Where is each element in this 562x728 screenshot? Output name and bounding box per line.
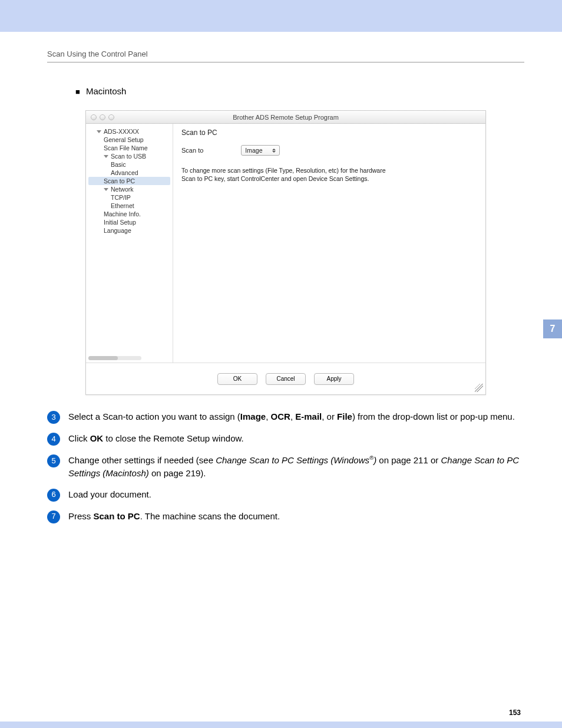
settings-tree-panel[interactable]: ADS-XXXXX General Setup Scan File Name S… bbox=[86, 124, 173, 363]
tree-item[interactable]: Language bbox=[88, 226, 170, 235]
tree-item[interactable]: TCP/IP bbox=[88, 193, 170, 202]
heading-text: Macintosh bbox=[86, 86, 126, 96]
apply-button[interactable]: Apply bbox=[314, 373, 354, 385]
window-title: Brother ADS Remote Setup Program bbox=[86, 114, 485, 121]
tree-item[interactable]: Ethernet bbox=[88, 202, 170, 210]
step-7: 7 Press Scan to PC. The machine scans th… bbox=[47, 510, 524, 523]
tree-root[interactable]: ADS-XXXXX bbox=[88, 127, 170, 136]
step-4-text: Click OK to close the Remote Setup windo… bbox=[68, 432, 524, 445]
tree-root-label: ADS-XXXXX bbox=[104, 128, 139, 135]
hint-text: To change more scan settings (File Type,… bbox=[181, 166, 477, 183]
window-footer: OK Cancel Apply bbox=[86, 363, 485, 394]
window-titlebar[interactable]: Brother ADS Remote Setup Program bbox=[86, 111, 485, 124]
scan-to-label: Scan to bbox=[181, 147, 203, 154]
macintosh-heading: ■ Macintosh bbox=[75, 86, 524, 96]
step-3: 3 Select a Scan-to action you want to as… bbox=[47, 410, 524, 424]
step-number-badge: 7 bbox=[47, 510, 60, 523]
steps-list: 3 Select a Scan-to action you want to as… bbox=[47, 410, 524, 523]
step-5: 5 Change other settings if needed (see C… bbox=[47, 454, 524, 480]
scan-to-dropdown[interactable]: Image bbox=[241, 145, 280, 156]
step-number-badge: 5 bbox=[47, 454, 60, 467]
step-4: 4 Click OK to close the Remote Setup win… bbox=[47, 432, 524, 446]
tree-item[interactable]: Machine Info. bbox=[88, 210, 170, 218]
tree-item[interactable]: Network bbox=[88, 185, 170, 193]
close-icon[interactable] bbox=[91, 114, 97, 120]
zoom-icon[interactable] bbox=[108, 114, 114, 120]
tree-item-scan-to-pc[interactable]: Scan to PC bbox=[88, 177, 170, 185]
top-blue-band bbox=[0, 0, 562, 32]
step-number-badge: 6 bbox=[47, 489, 60, 502]
tree-item[interactable]: Scan to USB bbox=[88, 152, 170, 160]
step-7-text: Press Scan to PC. The machine scans the … bbox=[68, 510, 524, 523]
chapter-tab: 7 bbox=[543, 319, 562, 338]
step-number-badge: 4 bbox=[47, 433, 60, 446]
content-title: Scan to PC bbox=[181, 129, 477, 137]
tree-item[interactable]: Initial Setup bbox=[88, 218, 170, 226]
square-bullet-icon: ■ bbox=[75, 87, 80, 96]
cancel-button[interactable]: Cancel bbox=[266, 373, 306, 385]
tree-item[interactable]: Advanced bbox=[88, 169, 170, 177]
bottom-blue-band bbox=[0, 722, 562, 729]
ok-button[interactable]: OK bbox=[217, 373, 257, 385]
horizontal-scrollbar[interactable] bbox=[88, 356, 141, 360]
content-panel: Scan to PC Scan to Image To change more … bbox=[173, 124, 485, 363]
remote-setup-window: Brother ADS Remote Setup Program ADS-XXX… bbox=[85, 110, 486, 395]
minimize-icon[interactable] bbox=[100, 114, 105, 120]
running-header: Scan Using the Control Panel bbox=[47, 32, 524, 62]
step-6: 6 Load your document. bbox=[47, 488, 524, 502]
traffic-lights[interactable] bbox=[91, 114, 114, 120]
tree-item[interactable]: General Setup bbox=[88, 136, 170, 144]
scan-to-value: Image bbox=[245, 147, 262, 154]
step-6-text: Load your document. bbox=[68, 488, 524, 501]
tree-item[interactable]: Basic bbox=[88, 160, 170, 169]
chevron-down-icon[interactable] bbox=[104, 188, 108, 191]
step-3-text: Select a Scan-to action you want to assi… bbox=[68, 410, 524, 423]
chevron-down-icon[interactable] bbox=[97, 130, 101, 133]
updown-icon bbox=[272, 149, 276, 153]
chevron-down-icon[interactable] bbox=[104, 155, 108, 158]
resize-grip-icon[interactable] bbox=[475, 384, 483, 392]
page-number: 153 bbox=[47, 532, 524, 717]
step-number-badge: 3 bbox=[47, 411, 60, 424]
step-5-text: Change other settings if needed (see Cha… bbox=[68, 454, 524, 480]
tree-item[interactable]: Scan File Name bbox=[88, 144, 170, 152]
